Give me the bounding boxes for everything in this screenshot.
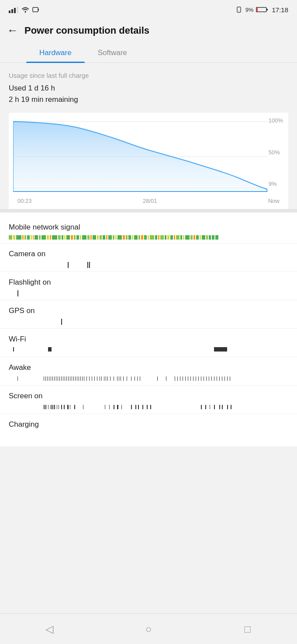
hw-item-screen: Screen on <box>0 386 297 414</box>
svg-rect-38 <box>90 235 92 240</box>
chart-y-100: 100% <box>269 117 283 124</box>
svg-rect-91 <box>51 376 51 381</box>
svg-rect-159 <box>51 405 52 409</box>
svg-rect-162 <box>57 405 57 409</box>
svg-rect-92 <box>52 376 53 381</box>
svg-rect-172 <box>114 405 114 409</box>
svg-rect-45 <box>113 235 114 240</box>
svg-rect-74 <box>206 235 208 240</box>
back-button[interactable]: ← <box>7 24 18 37</box>
svg-rect-34 <box>76 235 79 240</box>
svg-rect-107 <box>79 376 79 381</box>
svg-rect-1 <box>11 9 13 13</box>
svg-rect-55 <box>144 235 147 240</box>
chart-x-labels: 00:23 28/01 Now <box>13 196 284 204</box>
svg-rect-128 <box>131 376 131 381</box>
svg-rect-187 <box>227 405 228 409</box>
svg-rect-5 <box>38 9 39 10</box>
svg-rect-134 <box>175 376 175 381</box>
svg-rect-101 <box>68 376 69 381</box>
battery-chart: 100% 50% 9% 00:23 28/01 Now <box>9 113 288 209</box>
svg-rect-145 <box>204 376 204 381</box>
svg-rect-52 <box>134 235 138 240</box>
hw-item-flashlight: Flashlight on <box>0 272 297 300</box>
wifi-icon <box>21 6 30 13</box>
chart-y-50: 50% <box>269 149 283 156</box>
nav-home-button[interactable]: ○ <box>139 620 158 639</box>
svg-rect-144 <box>201 376 201 381</box>
hw-label-wifi: Wi-Fi <box>9 335 288 344</box>
svg-rect-165 <box>64 405 65 409</box>
hw-item-charging: Charging <box>0 414 297 442</box>
svg-rect-181 <box>201 405 202 409</box>
chart-x-mid: 28/01 <box>143 198 157 204</box>
svg-rect-170 <box>105 405 105 409</box>
svg-rect-174 <box>121 405 122 409</box>
hardware-section: Mobile network signal <box>0 212 297 446</box>
svg-rect-22 <box>35 235 38 240</box>
svg-rect-179 <box>147 405 148 409</box>
svg-rect-54 <box>141 235 143 240</box>
svg-rect-4 <box>33 7 38 12</box>
page-title: Power consumption details <box>24 25 149 36</box>
hw-label-charging: Charging <box>9 420 288 429</box>
svg-rect-173 <box>117 405 118 409</box>
svg-rect-17 <box>22 235 24 240</box>
svg-rect-104 <box>73 376 74 381</box>
nav-recents-button[interactable]: □ <box>238 620 257 639</box>
svg-rect-61 <box>165 235 166 240</box>
svg-rect-157 <box>45 405 46 409</box>
svg-rect-77 <box>215 235 218 240</box>
svg-rect-120 <box>107 376 108 381</box>
svg-rect-113 <box>92 376 92 381</box>
svg-rect-23 <box>39 235 41 240</box>
svg-rect-64 <box>174 235 175 240</box>
hw-label-gps: GPS on <box>9 306 288 315</box>
svg-rect-70 <box>193 235 195 240</box>
hw-item-gps: GPS on <box>0 300 297 329</box>
svg-rect-99 <box>65 376 65 381</box>
svg-rect-135 <box>177 376 178 381</box>
screen-ticks <box>9 403 253 411</box>
svg-rect-57 <box>150 235 154 240</box>
usage-since-label: Usage since last full charge <box>9 72 288 79</box>
svg-rect-18 <box>24 235 26 240</box>
nav-back-button[interactable]: ◁ <box>40 620 59 639</box>
svg-rect-85 <box>214 347 227 352</box>
svg-rect-32 <box>71 235 73 240</box>
svg-rect-24 <box>41 235 46 240</box>
svg-rect-114 <box>94 376 95 381</box>
svg-rect-188 <box>231 405 231 409</box>
svg-rect-43 <box>106 235 107 240</box>
header: ← Power consumption details <box>0 19 297 37</box>
svg-rect-19 <box>27 235 30 240</box>
svg-rect-0 <box>9 10 10 13</box>
svg-rect-132 <box>157 376 158 381</box>
svg-rect-51 <box>132 235 133 240</box>
bottom-nav: ◁ ○ □ <box>0 613 297 644</box>
svg-rect-47 <box>117 235 122 240</box>
svg-rect-73 <box>202 235 205 240</box>
svg-rect-33 <box>74 235 76 240</box>
tab-software[interactable]: Software <box>85 43 140 63</box>
svg-rect-138 <box>185 376 186 381</box>
svg-rect-106 <box>77 376 77 381</box>
svg-rect-94 <box>56 376 56 381</box>
svg-rect-153 <box>224 376 225 381</box>
vibrate-icon <box>235 6 243 13</box>
tab-hardware[interactable]: Hardware <box>26 43 85 63</box>
svg-rect-156 <box>44 405 45 409</box>
svg-rect-27 <box>52 235 57 240</box>
svg-rect-65 <box>176 235 180 240</box>
svg-rect-39 <box>93 235 96 240</box>
svg-rect-122 <box>114 376 114 381</box>
svg-rect-118 <box>104 376 104 381</box>
svg-rect-141 <box>193 376 193 381</box>
svg-rect-28 <box>58 235 61 240</box>
svg-rect-171 <box>109 405 110 409</box>
svg-rect-150 <box>217 376 217 381</box>
battery-icon <box>256 6 269 13</box>
small-battery-icon <box>32 6 39 13</box>
svg-rect-98 <box>63 376 63 381</box>
svg-rect-136 <box>180 376 180 381</box>
